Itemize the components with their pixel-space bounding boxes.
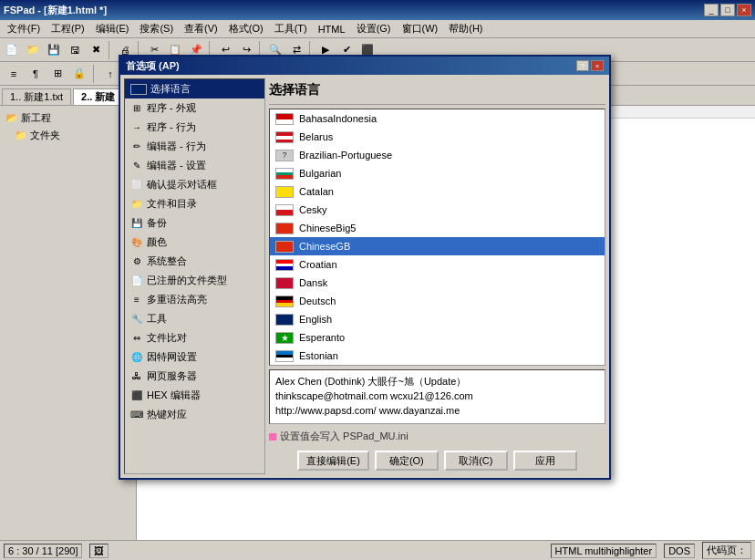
nav-internet-label: 因特网设置 xyxy=(147,350,197,364)
lang-label-brazilian: Brazilian-Portuguese xyxy=(299,150,392,161)
flag-chinese-big5-icon xyxy=(275,223,294,234)
nav-confirm-dialogs[interactable]: ⬜ 确认提示对话框 xyxy=(125,175,264,194)
nav-file-compare-label: 文件比对 xyxy=(147,331,187,345)
dialog-overlay: 首选项 (AP) ? × 选择语言 ⊞ 程序 - 外观 → 程序 - xyxy=(0,0,755,560)
pencil-icon: ✏ xyxy=(130,140,143,153)
apply-button[interactable]: 应用 xyxy=(513,451,577,471)
flag-indonesia-icon xyxy=(275,113,294,125)
nav-registered-types[interactable]: 📄 已注册的文件类型 xyxy=(125,271,264,290)
flag-catalan-icon xyxy=(275,186,294,198)
lang-item-belarus[interactable]: Belarus xyxy=(270,128,605,146)
lang-item-bahasa[interactable]: BahasaIndonesia xyxy=(270,109,605,128)
server-icon: 🖧 xyxy=(130,370,143,383)
dialog-close-button[interactable]: × xyxy=(591,60,604,71)
cancel-button[interactable]: 取消(C) xyxy=(444,451,508,471)
nav-multi-syntax-label: 多重语法高亮 xyxy=(147,293,207,306)
dialog-action-buttons: 直接编辑(E) 确定(O) 取消(C) 应用 xyxy=(269,445,605,474)
nav-files-dirs[interactable]: 📁 文件和目录 xyxy=(125,194,264,213)
language-list[interactable]: BahasaIndonesiaBelarus?Brazilian-Portugu… xyxy=(269,109,605,366)
nav-multi-syntax[interactable]: ≡ 多重语法高亮 xyxy=(125,290,264,309)
arrow-icon: → xyxy=(130,121,143,134)
nav-files-dirs-label: 文件和目录 xyxy=(147,197,197,211)
globe-icon: 🌐 xyxy=(130,351,143,364)
pencil2-icon: ✎ xyxy=(130,160,143,172)
gear-icon: ⚙ xyxy=(130,255,143,268)
flag-croatia-icon xyxy=(275,259,294,271)
nav-backup-label: 备份 xyxy=(147,216,167,230)
direct-edit-button[interactable]: 直接编辑(E) xyxy=(297,451,369,471)
lang-label-chinesegb: ChineseGB xyxy=(299,241,350,252)
dialog-body: 选择语言 ⊞ 程序 - 外观 → 程序 - 行为 ✏ 编辑器 - 行为 ✎ 编辑… xyxy=(120,75,609,478)
dialog-title-buttons[interactable]: ? × xyxy=(576,60,604,71)
flag-cesky-icon xyxy=(275,204,294,216)
lang-item-chinesegb[interactable]: ChineseGB xyxy=(270,237,605,255)
nav-file-compare[interactable]: ⇔ 文件比对 xyxy=(125,328,264,347)
nav-backup[interactable]: 💾 备份 xyxy=(125,213,264,233)
info-line1: Alex Chen (Dothink) 大眼仔~旭（Update） xyxy=(275,374,599,389)
ok-button[interactable]: 确定(O) xyxy=(375,451,439,471)
lines-icon: ≡ xyxy=(130,294,143,306)
lang-item-estonian[interactable]: Estonian xyxy=(270,347,605,365)
doc-icon: 📄 xyxy=(130,275,143,287)
nav-editor-settings[interactable]: ✎ 编辑器 - 设置 xyxy=(125,156,264,175)
dialog-info: Alex Chen (Dothink) 大眼仔~旭（Update） thinks… xyxy=(269,369,605,424)
preferences-dialog: 首选项 (AP) ? × 选择语言 ⊞ 程序 - 外观 → 程序 - xyxy=(119,55,611,480)
nav-hex-editor-label: HEX 编辑器 xyxy=(147,389,201,402)
nav-registered-types-label: 已注册的文件类型 xyxy=(147,274,227,287)
flag-belarus-icon xyxy=(275,131,294,143)
info-line3: http://www.papsd.com/ www.dayanzai.me xyxy=(275,403,599,418)
lang-item-esperanto[interactable]: ★Esperanto xyxy=(270,328,605,347)
lang-item-chinesebig5[interactable]: ChineseBig5 xyxy=(270,219,605,237)
footer-note-text: 设置值会写入 PSPad_MU.ini xyxy=(280,430,409,443)
nav-program-behavior-label: 程序 - 行为 xyxy=(147,120,196,134)
lang-item-catalan[interactable]: Catalan xyxy=(270,182,605,201)
nav-editor-behavior[interactable]: ✏ 编辑器 - 行为 xyxy=(125,137,264,156)
nav-colors-label: 颜色 xyxy=(147,235,167,249)
nav-tools-label: 工具 xyxy=(147,312,167,326)
dialog-icon: ⬜ xyxy=(130,179,143,192)
lang-label-esperanto: Esperanto xyxy=(299,332,345,343)
nav-web-server-label: 网页服务器 xyxy=(147,369,197,383)
lang-item-brazilian[interactable]: ?Brazilian-Portuguese xyxy=(270,146,605,164)
lang-label-deutsch: Deutsch xyxy=(299,296,336,306)
dialog-right-panel: 选择语言 BahasaIndonesiaBelarus?Brazilian-Po… xyxy=(269,78,605,474)
flag-chinese-gb-icon xyxy=(275,241,294,253)
lang-item-croatian[interactable]: Croatian xyxy=(270,255,605,274)
nav-hex-editor[interactable]: ⬛ HEX 编辑器 xyxy=(125,386,264,405)
dialog-help-button[interactable]: ? xyxy=(576,60,589,71)
nav-tools[interactable]: 🔧 工具 xyxy=(125,309,264,328)
info-line2: thinkscape@hotmail.com wcxu21@126.com xyxy=(275,389,599,403)
lang-item-dansk[interactable]: Dansk xyxy=(270,274,605,292)
grid-icon: ⊞ xyxy=(130,102,143,115)
nav-language[interactable]: 选择语言 xyxy=(125,79,264,99)
nav-hotkeys-label: 热键对应 xyxy=(147,408,187,421)
flag-uk-icon xyxy=(275,314,294,326)
nav-confirm-dialogs-label: 确认提示对话框 xyxy=(147,178,217,192)
nav-program-behavior[interactable]: → 程序 - 行为 xyxy=(125,118,264,137)
lang-label-dansk: Dansk xyxy=(299,277,327,288)
uk-flag-icon xyxy=(130,84,147,95)
nav-editor-settings-label: 编辑器 - 设置 xyxy=(147,159,206,172)
nav-program-appearance[interactable]: ⊞ 程序 - 外观 xyxy=(125,99,264,118)
dialog-title: 首选项 (AP) xyxy=(126,59,180,73)
keyboard-icon: ⌨ xyxy=(130,409,143,421)
disk-icon: 💾 xyxy=(130,217,143,230)
flag-denmark-icon xyxy=(275,277,294,289)
flag-germany-icon xyxy=(275,296,294,307)
lang-item-bulgarian[interactable]: Bulgarian xyxy=(270,164,605,182)
nav-colors[interactable]: 🎨 颜色 xyxy=(125,233,264,252)
lang-item-english[interactable]: English xyxy=(270,310,605,328)
nav-hotkeys[interactable]: ⌨ 热键对应 xyxy=(125,405,264,424)
dialog-title-bar: 首选项 (AP) ? × xyxy=(120,57,609,75)
compare-icon: ⇔ xyxy=(130,332,143,345)
lang-item-cesky[interactable]: Cesky xyxy=(270,201,605,219)
wrench-icon: 🔧 xyxy=(130,313,143,326)
flag-question-icon: ? xyxy=(275,150,294,161)
lang-label-catalan: Catalan xyxy=(299,186,334,197)
lang-item-deutsch[interactable]: Deutsch xyxy=(270,292,605,310)
folder-icon: 📁 xyxy=(130,198,143,211)
nav-internet[interactable]: 🌐 因特网设置 xyxy=(125,347,264,367)
lang-label-english: English xyxy=(299,314,332,325)
nav-web-server[interactable]: 🖧 网页服务器 xyxy=(125,367,264,386)
nav-system-integration[interactable]: ⚙ 系统整合 xyxy=(125,252,264,271)
